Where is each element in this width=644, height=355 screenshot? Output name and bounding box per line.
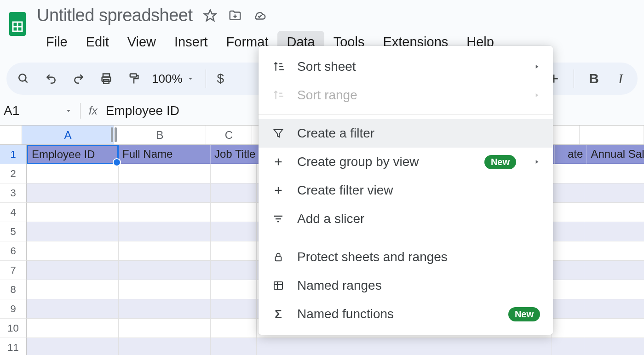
menu-sort-sheet[interactable]: Sort sheet xyxy=(259,52,553,81)
cell[interactable] xyxy=(119,222,211,241)
paint-format-icon[interactable] xyxy=(124,69,144,88)
cell[interactable] xyxy=(552,338,584,355)
menu-insert[interactable]: Insert xyxy=(165,31,217,53)
cell[interactable] xyxy=(27,203,119,222)
cell[interactable] xyxy=(119,241,211,261)
cell[interactable] xyxy=(27,338,119,355)
name-box[interactable]: A1 xyxy=(2,103,80,118)
select-all-corner[interactable] xyxy=(0,126,22,144)
menu-create-group-by[interactable]: Create group by view New xyxy=(259,148,553,176)
move-icon[interactable] xyxy=(228,8,242,23)
menu-edit[interactable]: Edit xyxy=(77,31,118,53)
cell[interactable] xyxy=(119,261,211,280)
cell[interactable] xyxy=(27,280,119,299)
row-header[interactable]: 10 xyxy=(0,319,27,338)
cell-G1[interactable]: Annual Sal xyxy=(587,145,644,164)
search-icon[interactable] xyxy=(14,69,33,88)
col-header-G[interactable] xyxy=(580,126,644,144)
currency-format-button[interactable]: $ xyxy=(217,71,224,86)
cell[interactable] xyxy=(27,183,119,203)
row-header[interactable]: 7 xyxy=(0,261,27,280)
cell[interactable] xyxy=(119,183,211,203)
italic-button[interactable]: I xyxy=(611,69,630,88)
bold-button[interactable]: B xyxy=(584,69,604,88)
cell[interactable] xyxy=(211,280,257,299)
cell-C1[interactable]: Job Title xyxy=(211,145,259,164)
cell[interactable] xyxy=(119,319,211,338)
cell[interactable] xyxy=(27,261,119,280)
menu-named-functions[interactable]: Σ Named functions New xyxy=(259,300,553,328)
cell[interactable] xyxy=(584,319,644,338)
cell[interactable] xyxy=(119,299,211,319)
row-header[interactable]: 2 xyxy=(0,164,27,183)
cell[interactable] xyxy=(552,261,584,280)
row-header[interactable]: 3 xyxy=(0,183,27,203)
cell[interactable] xyxy=(211,241,257,261)
cell[interactable] xyxy=(27,241,119,261)
row-header-1[interactable]: 1 xyxy=(0,145,27,164)
cell[interactable] xyxy=(211,338,257,355)
cell[interactable] xyxy=(552,222,584,241)
cell-F1-partial[interactable]: ate xyxy=(555,145,587,164)
cell[interactable] xyxy=(584,299,644,319)
cell[interactable] xyxy=(211,183,257,203)
doc-title[interactable]: Untitled spreadsheet xyxy=(37,6,193,25)
cell[interactable] xyxy=(119,164,211,183)
cell[interactable] xyxy=(211,203,257,222)
menu-protect-sheets[interactable]: Protect sheets and ranges xyxy=(259,243,553,271)
sheets-logo[interactable] xyxy=(6,10,29,38)
cell[interactable] xyxy=(552,280,584,299)
row-header[interactable]: 4 xyxy=(0,203,27,222)
cell[interactable] xyxy=(211,164,257,183)
print-icon[interactable] xyxy=(97,69,116,88)
cell[interactable] xyxy=(584,183,644,203)
menu-create-filter[interactable]: Create a filter xyxy=(259,119,553,148)
cell[interactable] xyxy=(27,299,119,319)
cell-A1[interactable]: Employee ID xyxy=(27,145,119,164)
table-icon xyxy=(271,280,285,291)
cell[interactable] xyxy=(552,319,584,338)
cell[interactable] xyxy=(584,338,644,355)
cell[interactable] xyxy=(584,203,644,222)
cell[interactable] xyxy=(119,203,211,222)
cell[interactable] xyxy=(552,241,584,261)
menu-view[interactable]: View xyxy=(118,31,165,53)
row-header[interactable]: 11 xyxy=(0,338,27,355)
cell[interactable] xyxy=(211,319,257,338)
cell[interactable] xyxy=(552,299,584,319)
undo-icon[interactable] xyxy=(41,69,61,88)
row-header[interactable]: 8 xyxy=(0,280,27,299)
menu-named-ranges[interactable]: Named ranges xyxy=(259,271,553,300)
star-icon[interactable] xyxy=(203,8,218,23)
cell[interactable] xyxy=(27,319,119,338)
col-header-A[interactable]: A xyxy=(22,126,114,144)
menu-file[interactable]: File xyxy=(37,31,77,53)
cell[interactable] xyxy=(211,299,257,319)
cell[interactable] xyxy=(552,164,584,183)
col-header-B[interactable]: B xyxy=(114,126,206,144)
row-header[interactable]: 5 xyxy=(0,222,27,241)
row-header[interactable]: 9 xyxy=(0,299,27,319)
cell[interactable] xyxy=(119,280,211,299)
cell[interactable] xyxy=(552,183,584,203)
cell[interactable] xyxy=(119,338,211,355)
cell[interactable] xyxy=(27,222,119,241)
redo-icon[interactable] xyxy=(69,69,88,88)
cell[interactable] xyxy=(584,222,644,241)
cell[interactable] xyxy=(584,280,644,299)
col-header-C[interactable]: C xyxy=(206,126,252,144)
cell[interactable] xyxy=(552,203,584,222)
cell[interactable] xyxy=(584,261,644,280)
menu-create-filter-view[interactable]: Create filter view xyxy=(259,176,553,205)
row-header[interactable]: 6 xyxy=(0,241,27,261)
cell[interactable] xyxy=(584,164,644,183)
cell[interactable] xyxy=(211,222,257,241)
cell-B1[interactable]: Full Name xyxy=(119,145,211,164)
cloud-status-icon[interactable] xyxy=(253,8,267,23)
cell[interactable] xyxy=(584,241,644,261)
zoom-select[interactable]: 100% xyxy=(152,72,195,86)
menu-add-slicer[interactable]: Add a slicer xyxy=(259,205,553,233)
formula-bar[interactable]: Employee ID xyxy=(106,103,179,118)
cell[interactable] xyxy=(211,261,257,280)
cell[interactable] xyxy=(27,164,119,183)
